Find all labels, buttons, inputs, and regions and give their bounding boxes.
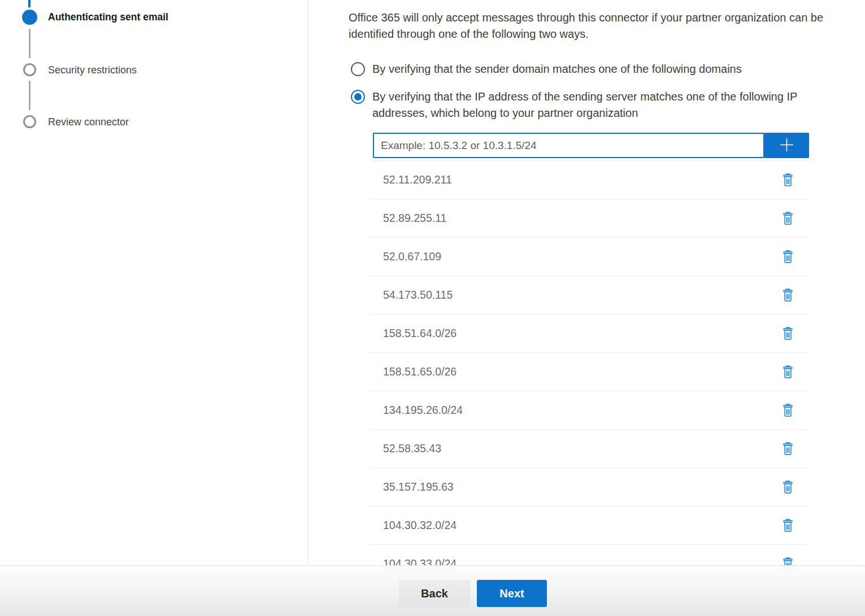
ip-address-value: 52.0.67.109 bbox=[383, 250, 441, 263]
ip-entry-row bbox=[373, 133, 809, 158]
delete-ip-button[interactable] bbox=[780, 249, 796, 265]
option-sender-domain[interactable]: By verifying that the sender domain matc… bbox=[351, 61, 860, 77]
ip-address-value: 104.30.32.0/24 bbox=[383, 519, 457, 532]
trash-icon bbox=[782, 334, 794, 342]
ip-row: 52.0.67.109 bbox=[370, 238, 808, 276]
ip-address-value: 104.30.33.0/24 bbox=[383, 557, 457, 565]
ip-row: 52.89.255.11 bbox=[370, 199, 808, 238]
ip-row: 134.195.26.0/24 bbox=[370, 391, 808, 430]
intro-text: Office 365 will only accept messages thr… bbox=[349, 10, 865, 42]
step-label-review: Review connector bbox=[48, 116, 129, 128]
radio-unselected-icon[interactable] bbox=[351, 62, 365, 76]
step-label-authenticating: Authenticating sent email bbox=[48, 11, 168, 23]
delete-ip-button[interactable] bbox=[780, 556, 796, 566]
ip-row: 158.51.64.0/26 bbox=[370, 314, 808, 353]
step-indicator-review bbox=[23, 115, 36, 128]
ip-address-input[interactable] bbox=[373, 133, 764, 158]
ip-row: 104.30.32.0/24 bbox=[370, 506, 808, 545]
ip-address-value: 158.51.65.0/26 bbox=[383, 365, 457, 378]
delete-ip-button[interactable] bbox=[780, 172, 796, 188]
authentication-step-panel: Office 365 will only accept messages thr… bbox=[308, 0, 865, 565]
ip-row: 35.157.195.63 bbox=[370, 468, 808, 506]
delete-ip-button[interactable] bbox=[780, 479, 796, 495]
trash-icon bbox=[782, 257, 794, 265]
delete-ip-button[interactable] bbox=[780, 211, 796, 226]
ip-row: 104.30.33.0/24 bbox=[370, 545, 808, 565]
stepper-connector bbox=[29, 29, 31, 58]
ip-address-value: 134.195.26.0/24 bbox=[383, 404, 463, 417]
next-button[interactable]: Next bbox=[477, 580, 547, 607]
wizard-stepper: Authenticating sent email Security restr… bbox=[0, 0, 308, 565]
ip-row: 54.173.50.115 bbox=[370, 276, 808, 314]
delete-ip-button[interactable] bbox=[780, 326, 796, 342]
step-label-security: Security restrictions bbox=[48, 64, 137, 76]
radio-selected-icon[interactable] bbox=[351, 90, 365, 104]
trash-icon bbox=[782, 295, 794, 304]
ip-address-value: 52.58.35.43 bbox=[383, 442, 441, 455]
option-ip-address[interactable]: By verifying that the IP address of the … bbox=[351, 89, 860, 121]
ip-row: 52.58.35.43 bbox=[370, 430, 808, 468]
option-ip-address-label: By verifying that the IP address of the … bbox=[372, 89, 841, 121]
delete-ip-button[interactable] bbox=[780, 287, 796, 303]
stepper-connector bbox=[29, 81, 31, 110]
ip-list: 52.11.209.211 52.89.255.11 bbox=[370, 160, 808, 565]
ip-address-value: 35.157.195.63 bbox=[383, 480, 454, 493]
ip-row: 158.51.65.0/26 bbox=[370, 353, 808, 391]
trash-icon bbox=[782, 219, 794, 227]
delete-ip-button[interactable] bbox=[780, 518, 796, 534]
trash-icon bbox=[782, 487, 794, 496]
ip-address-value: 158.51.64.0/26 bbox=[383, 327, 457, 340]
step-indicator-authenticating bbox=[22, 10, 37, 25]
ip-address-value: 52.89.255.11 bbox=[383, 212, 446, 225]
ip-address-value: 52.11.209.211 bbox=[383, 173, 452, 186]
add-ip-button[interactable] bbox=[764, 133, 809, 158]
trash-icon bbox=[782, 372, 794, 381]
stepper-connector-previous bbox=[28, 0, 31, 7]
back-button[interactable]: Back bbox=[399, 580, 470, 607]
ip-row: 52.11.209.211 bbox=[370, 161, 808, 199]
trash-icon bbox=[782, 410, 794, 419]
trash-icon bbox=[782, 526, 794, 534]
delete-ip-button[interactable] bbox=[780, 403, 796, 418]
plus-icon bbox=[778, 136, 796, 155]
trash-icon bbox=[782, 180, 794, 189]
wizard-footer: Back Next bbox=[0, 565, 865, 616]
ip-address-value: 54.173.50.115 bbox=[383, 289, 453, 302]
step-indicator-security bbox=[23, 63, 36, 76]
trash-icon bbox=[782, 449, 794, 457]
delete-ip-button[interactable] bbox=[780, 441, 796, 457]
option-sender-domain-label: By verifying that the sender domain matc… bbox=[372, 61, 742, 77]
delete-ip-button[interactable] bbox=[780, 364, 796, 380]
